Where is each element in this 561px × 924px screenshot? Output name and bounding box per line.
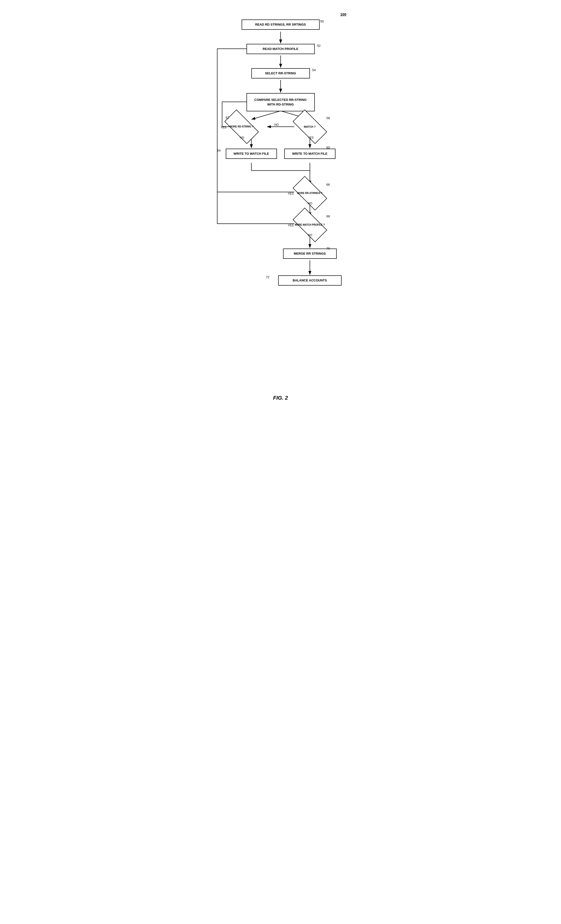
yes-label-66: YES <box>288 192 294 195</box>
num-68: 68 <box>326 214 330 218</box>
diamond-more-rr-strings-wrap: MORE RR-STRINGS ? <box>294 185 326 202</box>
num-66: 66 <box>326 183 330 186</box>
no-label-68: NO <box>308 233 312 237</box>
box-read-rd-strings: READ RD STRINGS, RR SRTINGS <box>242 20 320 30</box>
figure-label: FIG. 2 <box>212 395 349 401</box>
diamond-match-wrap: MATCH ? <box>294 118 326 135</box>
box-write-match-file: WRITE TO MATCH FILE <box>284 148 335 159</box>
num-64: 64 <box>217 148 221 152</box>
num-52: 52 <box>317 44 320 48</box>
box-write-watch-file: WRITE TO WATCH FILE <box>226 148 277 159</box>
diamond-more-match-profile-wrap: MORE MATCH PROFILE ? <box>294 216 326 233</box>
diagram-title: 100 <box>340 12 346 16</box>
box-read-match-profile: READ MATCH PROFILE <box>247 44 315 54</box>
num-62: 62 <box>226 116 229 119</box>
num-50: 50 <box>320 20 324 23</box>
num-58: 58 <box>326 116 330 120</box>
diamond-more-rr-strings <box>293 176 327 210</box>
box-select-rr-string: SELECT RR-STRING <box>251 68 310 78</box>
no-label-62: NO <box>240 136 244 140</box>
diamond-more-match-profile <box>293 208 327 242</box>
num-54: 54 <box>312 68 316 72</box>
no-label-58: NO <box>275 123 279 126</box>
yes-label-58: YES <box>308 136 314 140</box>
box-compare: COMPARE SELECTED RR-STRING WITH RD-STRIN… <box>247 93 315 111</box>
yes-label-68: YES <box>288 224 294 227</box>
num-70: 70 <box>326 247 330 250</box>
yes-label-62: YES <box>221 126 227 129</box>
no-label-66: NO <box>308 202 312 205</box>
num-72: 72 <box>266 275 269 279</box>
box-balance-accounts: BALANCE ACCOUNTS <box>278 275 341 286</box>
diamond-more-rd-string-wrap: MORE RD-STRING ? <box>226 118 257 135</box>
